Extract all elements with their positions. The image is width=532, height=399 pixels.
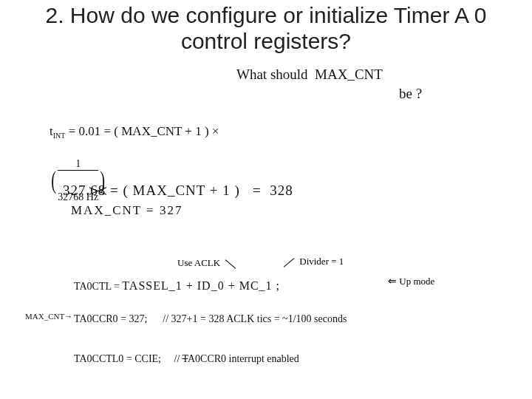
annotation-arrow-icon (284, 258, 294, 267)
annotation-arrow-icon (225, 259, 236, 268)
code-line-ta0ccr0: TA0CCR0 = 327; // 327+1 = 328 ACLK tics … (74, 313, 347, 325)
equation-3: MAX_CNT = 327 (71, 203, 183, 218)
slide: 2. How do we configure or initialize Tim… (0, 0, 532, 399)
code-ta0cctl0: TA0CCTL0 = CCIE; (74, 353, 161, 364)
annotation-upmode: ⇐ Up mode (388, 275, 434, 287)
annotation-use-aclk-text: Use ACLK (177, 257, 220, 268)
code-ta0ctl-fill: TASSEL_1 + ID_0 + MC_1 ; (122, 279, 280, 292)
eq1-body: = 0.01 = ( MAX_CNT + 1 ) × (65, 124, 219, 138)
eq2-327: 327. (63, 183, 90, 198)
question-line1: What should MAX_CNT (236, 66, 383, 83)
code-ta0ccr0: TA0CCR0 = 327; (74, 313, 147, 324)
annotation-use-aclk: Use ACLK (177, 257, 239, 269)
comment-prefix: // (174, 353, 183, 364)
left-arrow-icon: ⇐ (388, 276, 397, 287)
annotation-divider-text: Divider = 1 (299, 256, 344, 267)
question-line2: be ? (399, 86, 422, 102)
annotation-upmode-text: Up mode (399, 276, 434, 287)
annotation-maxcnt-arrow: MAX_CNT→ (25, 312, 72, 321)
eq2-68-crossed: 68 (90, 183, 106, 199)
comment-struck-T: T (183, 353, 188, 364)
code-ta0cctl0-comment: // TA0CCR0 interrupt enabled (174, 353, 299, 364)
code-line-ta0ctl: TA0CTL = TASSEL_1 + ID_0 + MC_1 ; (74, 279, 280, 293)
code-line-ta0cctl0: TA0CCTL0 = CCIE; // TA0CCR0 interrupt en… (74, 353, 299, 365)
eq2-rhs: = ( MAX_CNT + 1 ) = 328 (106, 183, 293, 198)
code-ta0ctl-label: TA0CTL = (74, 281, 122, 292)
comment-rest: A0CCR0 interrupt enabled (188, 353, 299, 364)
slide-title: 2. How do we configure or initialize Tim… (30, 3, 502, 54)
code-ta0ccr0-comment: // 327+1 = 328 ACLK tics = ~1/100 second… (163, 313, 347, 324)
annotation-divider: Divider = 1 (281, 256, 344, 267)
